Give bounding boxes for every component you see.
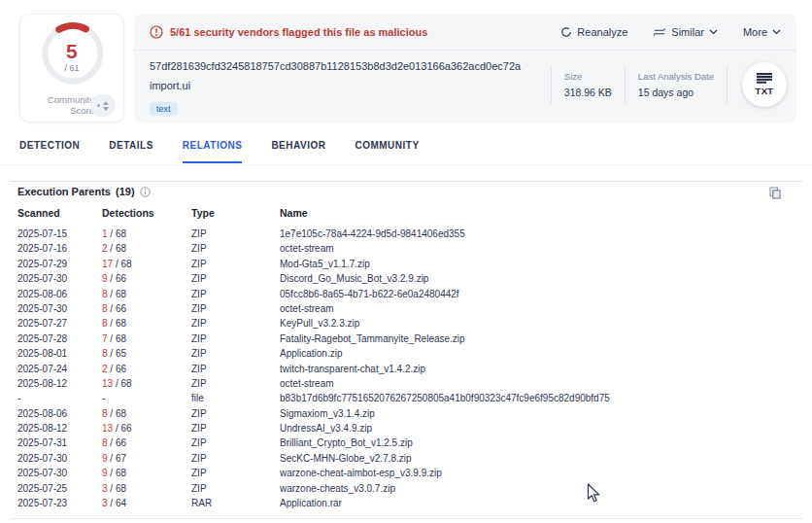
cell-detections: 2 / 66 — [102, 362, 191, 376]
table-body: 2025-07-151 / 68ZIP1e7e105c-78a4-4224-9d… — [17, 227, 795, 510]
file-name-link[interactable]: octet-stream — [280, 376, 795, 391]
cell-type: ZIP — [191, 451, 280, 466]
table-row: 2025-07-2917 / 68ZIPMod-Gta5_v1.1.7.zip — [17, 257, 795, 271]
file-details: 57df281639cfd3245818757cd30887b1128153b8… — [134, 51, 796, 122]
file-name-link[interactable]: twitch-transparent-chat_v1.4.2.zip — [280, 362, 795, 376]
cell-scanned: 2025-07-30 — [17, 301, 102, 316]
cell-type: ZIP — [191, 227, 280, 241]
cell-detections: 3 / 64 — [102, 496, 191, 510]
cell-scanned: 2025-07-25 — [17, 481, 102, 496]
file-name-link[interactable]: b83b17d6b9fc7751652076267250805a41b0f903… — [280, 391, 795, 405]
cell-scanned: 2025-07-15 — [17, 227, 102, 241]
info-icon[interactable] — [140, 187, 151, 197]
table-row: --fileb83b17d6b9fc7751652076267250805a41… — [17, 391, 795, 405]
table-row: 2025-07-287 / 68ZIPFatality-Ragebot_Tamm… — [17, 331, 795, 346]
col-detections: Detections — [102, 207, 191, 223]
last-analysis-block: Last Analysis Date 15 days ago — [638, 71, 714, 98]
detections-count: 5 — [20, 40, 123, 63]
cell-detections: - — [102, 391, 191, 405]
cell-type: ZIP — [191, 331, 280, 346]
cell-scanned: 2025-08-06 — [17, 287, 102, 301]
cell-detections: 3 / 68 — [102, 481, 191, 496]
table-row: 2025-08-068 / 68ZIPSigmaxiom_v3.1.4.zip — [17, 406, 795, 421]
col-scanned: Scanned — [17, 207, 102, 223]
table-row: 2025-07-318 / 66ZIPBrilliant_Crypto_Bot_… — [17, 436, 795, 450]
file-name-link[interactable]: SecKC-MHN-Globe_v2.7.8.zip — [280, 451, 795, 466]
file-name-link[interactable]: 1e7e105c-78a4-4224-9d5d-9841406ed355 — [280, 227, 795, 241]
section-top-divider — [10, 181, 802, 182]
cell-scanned: 2025-07-31 — [17, 436, 102, 450]
community-vote-widget[interactable] — [90, 94, 116, 117]
cell-detections: 8 / 66 — [102, 436, 191, 450]
last-analysis-value: 15 days ago — [638, 87, 714, 98]
detection-score-card: 5 / 61 Community Score — [19, 14, 124, 122]
file-name-link[interactable]: Mod-Gta5_v1.1.7.zip — [280, 257, 795, 271]
similar-icon — [653, 27, 666, 37]
table-row: 2025-07-162 / 68ZIPoctet-stream — [17, 241, 795, 256]
file-name-link[interactable]: Brilliant_Crypto_Bot_v1.2.5.zip — [280, 436, 795, 450]
tab-relations[interactable]: RELATIONS — [183, 140, 243, 163]
cell-type: ZIP — [191, 301, 280, 316]
table-row: 2025-07-151 / 68ZIP1e7e105c-78a4-4224-9d… — [17, 227, 795, 241]
cell-scanned: 2025-07-30 — [17, 466, 102, 480]
reanalyze-icon — [560, 26, 572, 38]
cell-detections: 8 / 68 — [102, 287, 191, 301]
tab-community[interactable]: COMMUNITY — [355, 140, 419, 163]
table-row: 2025-07-242 / 66ZIPtwitch-transparent-ch… — [17, 362, 795, 376]
vote-dot-icon — [97, 104, 100, 107]
more-button[interactable]: More — [743, 26, 781, 38]
table-row: 2025-07-278 / 68ZIPKeyPull_v3.2.3.zip — [17, 316, 795, 331]
file-type-badge: TXT — [742, 62, 787, 107]
file-name-link[interactable]: KeyPull_v3.2.3.zip — [280, 316, 795, 331]
file-name-link[interactable]: Fatality-Ragebot_Tammanyite_Release.zip — [280, 331, 795, 346]
cell-type: ZIP — [191, 257, 280, 271]
file-name-link[interactable]: octet-stream — [280, 241, 795, 256]
copy-section-button[interactable] — [769, 187, 781, 199]
file-name-link[interactable]: Application.zip — [280, 346, 795, 361]
tab-details[interactable]: DETAILS — [109, 140, 153, 163]
table-row: 2025-07-253 / 68ZIPwarzone-cheats_v3.0.7… — [17, 481, 795, 496]
cell-scanned: 2025-07-23 — [17, 496, 102, 510]
file-name-link[interactable]: Application.rar — [280, 496, 795, 510]
cell-detections: 8 / 68 — [102, 406, 191, 421]
community-score-label: Community Score — [30, 94, 94, 116]
cell-scanned: 2025-07-16 — [17, 241, 102, 256]
cell-detections: 8 / 68 — [102, 316, 191, 331]
cell-detections: 8 / 66 — [102, 301, 191, 316]
table-row: 2025-07-233 / 64RARApplication.rar — [17, 496, 795, 510]
file-summary-panel: 5/61 security vendors flagged this file … — [134, 14, 796, 122]
cell-type: ZIP — [191, 287, 280, 301]
cell-type: ZIP — [191, 241, 280, 256]
cell-scanned: 2025-08-06 — [17, 406, 102, 421]
cell-scanned: - — [17, 391, 102, 405]
file-name-link[interactable]: warzone-cheats_v3.0.7.zip — [280, 481, 795, 496]
cell-type: ZIP — [191, 271, 280, 286]
cell-detections: 7 / 68 — [102, 331, 191, 346]
file-name-link[interactable]: UndressAI_v3.4.9.zip — [280, 421, 795, 436]
cell-scanned: 2025-07-30 — [17, 271, 102, 286]
file-name-link[interactable]: octet-stream — [280, 301, 795, 316]
section-header: Execution Parents (19) — [17, 186, 151, 197]
table-row: 2025-07-309 / 66ZIPDiscord_Go_Music_Bot_… — [17, 271, 795, 286]
chevron-down-icon — [772, 29, 781, 35]
file-name-link[interactable]: Discord_Go_Music_Bot_v3.2.9.zip — [280, 271, 795, 286]
table-row: 2025-08-068 / 68ZIP05fcc8b6-8a65-4b71-b6… — [17, 287, 795, 301]
cell-detections: 1 / 68 — [102, 227, 191, 241]
cell-detections: 9 / 66 — [102, 271, 191, 286]
reanalyze-button[interactable]: Reanalyze — [560, 26, 627, 38]
vote-stepper-icon[interactable] — [103, 101, 109, 111]
table-row: 2025-08-1213 / 68ZIPoctet-stream — [17, 376, 795, 391]
similar-button[interactable]: Similar — [653, 26, 718, 38]
mouse-cursor — [587, 483, 601, 504]
file-tag[interactable]: text — [150, 102, 178, 116]
file-name-link[interactable]: 05fcc8b6-8a65-4b71-b622-6e0a2480442f — [280, 287, 795, 301]
tab-behavior[interactable]: BEHAVIOR — [271, 140, 325, 163]
detections-total: / 61 — [20, 63, 123, 73]
file-name-link[interactable]: warzone-cheat-aimbot-esp_v3.9.9.zip — [280, 466, 795, 480]
table-row: 2025-08-1213 / 66ZIPUndressAI_v3.4.9.zip — [17, 421, 795, 436]
divider — [727, 65, 727, 104]
file-name-link[interactable]: Sigmaxiom_v3.1.4.zip — [280, 406, 795, 421]
tab-detection[interactable]: DETECTION — [19, 140, 80, 163]
cell-scanned: 2025-08-01 — [17, 346, 102, 361]
tabs-divider — [0, 164, 812, 165]
